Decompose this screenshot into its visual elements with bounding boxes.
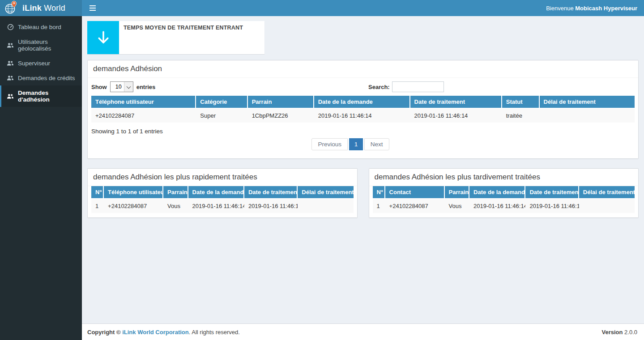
navbar: Bienvenue Mobicash Hyperviseur	[82, 0, 644, 16]
users-icon	[7, 60, 14, 67]
info-box-temps-moyen: TEMPS MOYEN DE TRAITEMENT ENTRANT	[87, 21, 264, 54]
sidebar-item-label: Utilisateurs géolocalisés	[18, 38, 76, 52]
column-header[interactable]: Date de traitement	[525, 186, 579, 199]
sidebar-item-superviseur[interactable]: Superviseur	[0, 56, 82, 71]
sidebar-item-demandes-de-credits[interactable]: Demandes de crédits	[0, 71, 82, 85]
copyright-text: Copyright © iLink World Corporation. All…	[87, 329, 240, 336]
previous-page-button[interactable]: Previous	[311, 138, 348, 150]
cell-parrain: Vous	[445, 199, 470, 213]
cell-telephone: +24102284087	[104, 199, 163, 213]
table-row: +24102284087 Super 1CbpPMZZ26 2019-01-16…	[91, 109, 635, 123]
pagination: Previous 1 Next	[91, 135, 610, 158]
demandes-adhesion-table: Téléphone utilisateur Catégorie Parrain …	[91, 96, 635, 123]
sidebar-toggle-button[interactable]	[89, 0, 102, 16]
sidebar-item-label: Demandes de crédits	[18, 75, 75, 81]
cell-date-demande: 2019-01-16 11:46:14	[469, 199, 525, 213]
info-box-label: TEMPS MOYEN DE TRAITEMENT ENTRANT	[124, 25, 260, 31]
cell-telephone: +24102284087	[91, 109, 196, 123]
sidebar-item-tableau-de-bord[interactable]: Tableau de bord	[0, 20, 82, 34]
column-header[interactable]: N°	[373, 186, 385, 199]
cell-contact: +24102284087	[385, 199, 445, 213]
fastest-processed-table: N° Téléphone utilisateur Parrain Date de…	[91, 186, 354, 213]
users-icon	[7, 75, 14, 81]
cell-date-traitement: 2019-01-16 11:46:14	[410, 109, 502, 123]
fastest-processed-panel: demandes Adhésion les plus rapidement tr…	[87, 168, 358, 218]
page-footer: Copyright © iLink World Corporation. All…	[82, 323, 644, 340]
cell-parrain: 1CbpPMZZ26	[248, 109, 314, 123]
cell-delai	[579, 199, 635, 213]
svg-text:$: $	[13, 2, 15, 4]
column-header[interactable]: Date de traitement	[244, 186, 298, 199]
cell-categorie: Super	[196, 109, 247, 123]
column-header[interactable]: Délai de traitement	[298, 186, 353, 199]
cell-date-demande: 2019-01-16 11:46:14	[314, 109, 410, 123]
column-header[interactable]: Délai de traitement	[579, 186, 635, 199]
column-header[interactable]: Parrain	[163, 186, 188, 199]
company-link[interactable]: iLink World Corporation	[122, 329, 189, 336]
entries-label: entries	[136, 84, 156, 90]
globe-pin-logo-icon: $	[4, 0, 18, 16]
column-header[interactable]: Date de la demande	[314, 96, 410, 109]
panel-title: demandes Adhésion	[93, 64, 633, 73]
column-header[interactable]: Parrain	[445, 186, 470, 199]
sidebar-item-demandes-d-adhesion[interactable]: Demandes d'adhésion	[0, 85, 82, 107]
column-header[interactable]: N°	[91, 186, 104, 199]
search-label: Search:	[368, 84, 390, 90]
arrow-down-icon	[87, 21, 119, 54]
cell-num: 1	[91, 199, 104, 213]
demandes-adhesion-panel: demandes Adhésion Show 10 entries Search…	[87, 60, 639, 159]
cell-num: 1	[373, 199, 385, 213]
cell-delai	[540, 109, 635, 123]
sidebar-item-label: Demandes d'adhésion	[18, 89, 76, 103]
version-text: Version 2.0.0	[601, 329, 637, 336]
column-header[interactable]: Date de la demande	[469, 186, 525, 199]
cell-statut: traitée	[502, 109, 540, 123]
column-header[interactable]: Statut	[502, 96, 540, 109]
sidebar-item-label: Superviseur	[18, 60, 50, 67]
cell-date-traitement: 2019-01-16 11:46:14	[244, 199, 298, 213]
column-header[interactable]: Téléphone utilisateur	[104, 186, 163, 199]
cell-parrain: Vous	[163, 199, 188, 213]
main-content: TEMPS MOYEN DE TRAITEMENT ENTRANT demand…	[82, 16, 644, 323]
latest-processed-panel: demandes Adhésion les plus tardivement t…	[369, 168, 639, 218]
users-icon	[7, 93, 14, 100]
column-header[interactable]: Délai de traitement	[540, 96, 635, 109]
sidebar-item-label: Tableau de bord	[18, 24, 61, 30]
page-length-select[interactable]: 10	[110, 81, 133, 92]
tachometer-icon	[7, 24, 14, 30]
column-header[interactable]: Parrain	[248, 96, 314, 109]
table-summary: Showing 1 to 1 of 1 entries	[91, 128, 635, 135]
app-title: iLink World	[22, 4, 65, 13]
latest-processed-table: N° Contact Parrain Date de la demande Da…	[373, 186, 635, 213]
user-menu[interactable]: Bienvenue Mobicash Hyperviseur	[546, 5, 637, 12]
sidebar-item-utilisateurs-geolocalises[interactable]: Utilisateurs géolocalisés	[0, 34, 82, 56]
search-input[interactable]	[392, 81, 444, 92]
brand-logo-area[interactable]: $ iLink World	[0, 0, 82, 16]
cell-delai	[298, 199, 353, 213]
column-header[interactable]: Téléphone utilisateur	[91, 96, 196, 109]
column-header[interactable]: Date de la demande	[188, 186, 244, 199]
users-icon	[7, 42, 14, 49]
cell-date-traitement: 2019-01-16 11:46:14	[525, 199, 579, 213]
cell-date-demande: 2019-01-16 11:46:14	[188, 199, 244, 213]
column-header[interactable]: Catégorie	[196, 96, 247, 109]
column-header[interactable]: Contact	[385, 186, 445, 199]
show-label: Show	[91, 84, 107, 90]
column-header[interactable]: Date de traitement	[410, 96, 502, 109]
page-1-button[interactable]: 1	[349, 138, 363, 150]
table-row: 1 +24102284087 Vous 2019-01-16 11:46:14 …	[91, 199, 354, 213]
next-page-button[interactable]: Next	[364, 138, 389, 150]
top-bar: $ iLink World Bienvenue Mobicash Hypervi…	[0, 0, 644, 16]
table-row: 1 +24102284087 Vous 2019-01-16 11:46:14 …	[373, 199, 635, 213]
panel-title: demandes Adhésion les plus tardivement t…	[375, 173, 633, 182]
sidebar: Tableau de bord Utilisateurs géolocalisé…	[0, 16, 82, 340]
panel-title: demandes Adhésion les plus rapidement tr…	[93, 173, 352, 182]
